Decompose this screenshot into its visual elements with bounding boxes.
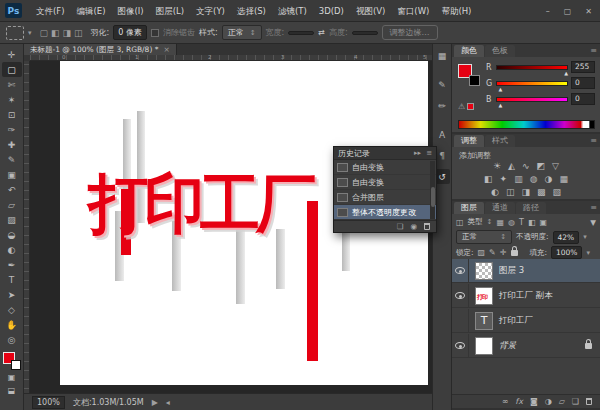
menu-image[interactable]: 图像(I) [112, 0, 150, 22]
menu-file[interactable]: 文件(F) [30, 0, 71, 22]
red-value[interactable]: 255 [571, 61, 595, 73]
curves-icon[interactable]: ∿ [522, 161, 530, 171]
lock-position-icon[interactable]: ✛ [500, 248, 507, 257]
marquee-tool[interactable]: ▢ [2, 62, 22, 77]
style-select[interactable]: 正常↕ [222, 25, 262, 40]
layer-style-icon[interactable]: fx [515, 397, 523, 406]
refine-edge-button[interactable]: 调整边缘… [382, 25, 438, 40]
levels-icon[interactable]: ◭ [508, 161, 515, 171]
type-tool[interactable]: T [2, 272, 22, 287]
antialias-checkbox[interactable] [151, 29, 159, 37]
filter-type-icon[interactable]: T [519, 218, 524, 227]
background-color-swatch[interactable] [11, 360, 21, 370]
menu-type[interactable]: 文字(Y) [190, 0, 231, 22]
magic-wand-tool[interactable]: ✶ [2, 92, 22, 107]
history-panel-header[interactable]: 历史记录 ▸▸ ≡ [334, 147, 436, 160]
filter-smart-icon[interactable]: ▣ [539, 218, 547, 227]
new-group-icon[interactable]: ▱ [559, 397, 565, 406]
shape-tool[interactable]: ◇ [2, 302, 22, 317]
blue-value[interactable]: 0 [571, 93, 595, 105]
eyedropper-tool[interactable]: ✑ [2, 122, 22, 137]
maximize-button[interactable]: ▢ [564, 7, 572, 16]
add-mask-icon[interactable]: ◙ [530, 397, 538, 406]
menu-help[interactable]: 帮助(H) [435, 0, 477, 22]
brush-panel-icon[interactable]: ✎ [434, 77, 450, 92]
tab-color[interactable]: 颜色 [454, 45, 484, 57]
document-tab[interactable]: 未标题-1 @ 100% (图层 3, RGB/8) * × [24, 44, 177, 55]
color-balance-icon[interactable]: ✦ [500, 174, 508, 184]
menu-layer[interactable]: 图层(L) [150, 0, 190, 22]
green-value[interactable]: 0 [571, 77, 595, 89]
tab-styles[interactable]: 样式 [485, 135, 515, 147]
opacity-caret-icon[interactable]: ▾ [583, 233, 587, 241]
history-menu-icon[interactable]: ≡ [426, 149, 432, 157]
layer-row-copy[interactable]: 打印 打印工厂 副本 [452, 284, 600, 308]
width-input[interactable] [288, 31, 314, 35]
exposure-icon[interactable]: ◩ [537, 161, 546, 171]
history-scrollbar[interactable] [430, 161, 435, 219]
move-tool[interactable]: ✛ [2, 47, 22, 62]
pen-tool[interactable]: ✒ [2, 257, 22, 272]
color-panel-menu-icon[interactable]: ≡ [590, 46, 597, 55]
selection-add-icon[interactable]: ◧ [51, 28, 60, 38]
history-item[interactable]: 自由变换 [334, 175, 436, 190]
tab-adjustments[interactable]: 调整 [454, 135, 484, 147]
lock-all-icon[interactable] [511, 250, 518, 256]
visibility-cell[interactable] [452, 284, 469, 308]
filter-adjustment-icon[interactable]: ◍ [508, 218, 515, 227]
filter-pixel-icon[interactable]: ▦ [496, 218, 504, 227]
brightness-contrast-icon[interactable]: ☀ [493, 161, 501, 171]
height-input[interactable] [352, 31, 378, 35]
minimize-button[interactable]: – [546, 7, 550, 16]
new-snapshot-icon[interactable]: ◉ [410, 222, 417, 231]
swatches-panel-icon[interactable]: ▦ [434, 48, 450, 63]
menu-filter[interactable]: 滤镜(T) [272, 0, 313, 22]
adjustments-panel-menu-icon[interactable]: ≡ [590, 136, 597, 145]
filter-toggle-icon[interactable]: ▼ [590, 218, 596, 227]
selective-color-icon[interactable]: ▧ [552, 187, 561, 197]
blur-tool[interactable]: ◒ [2, 227, 22, 242]
new-adjustment-icon[interactable]: ◑ [545, 397, 552, 406]
tab-paths[interactable]: 路径 [516, 202, 546, 214]
healing-brush-tool[interactable]: ✚ [2, 137, 22, 152]
red-slider[interactable]: ▲ [496, 65, 568, 70]
filter-kind-icon[interactable]: ◫ [456, 218, 464, 227]
layer-thumbnail[interactable]: T [475, 312, 493, 330]
background-color-swatch[interactable] [469, 75, 480, 86]
menu-edit[interactable]: 编辑(E) [71, 0, 112, 22]
threshold-icon[interactable]: ◨ [521, 187, 530, 197]
layers-panel-menu-icon[interactable]: ≡ [590, 203, 597, 212]
document-close-icon[interactable]: × [163, 44, 169, 55]
layer-thumbnail[interactable] [475, 262, 493, 280]
history-item[interactable]: 自由变换 [334, 160, 436, 175]
zoom-level-input[interactable]: 100% [32, 396, 65, 409]
layer-thumbnail[interactable]: 打印 [475, 287, 493, 305]
brush-presets-panel-icon[interactable]: ✏ [434, 98, 450, 113]
gradient-map-icon[interactable]: ▩ [537, 187, 546, 197]
brush-tool[interactable]: ✎ [2, 152, 22, 167]
lasso-tool[interactable]: ✄ [2, 77, 22, 92]
menu-window[interactable]: 窗口(W) [391, 0, 435, 22]
character-panel-icon[interactable]: A [434, 127, 450, 142]
fill-caret-icon[interactable]: ▾ [586, 249, 590, 257]
tab-swatches[interactable]: 色板 [485, 45, 515, 57]
eraser-tool[interactable]: ▱ [2, 197, 22, 212]
delete-state-icon[interactable] [424, 223, 430, 230]
opacity-input[interactable]: 42% [553, 231, 580, 244]
close-button[interactable]: ✕ [585, 7, 592, 16]
color-spectrum-bar[interactable] [458, 120, 595, 129]
tab-channels[interactable]: 通道 [485, 202, 515, 214]
blue-slider[interactable]: ▲ [496, 97, 568, 102]
green-slider[interactable]: ▲ [496, 81, 568, 86]
history-item-selected[interactable]: 整体不透明度更改 [334, 205, 436, 220]
feather-input[interactable]: 0 像素 [113, 25, 147, 40]
posterize-icon[interactable]: ◫ [506, 187, 515, 197]
invert-icon[interactable]: ◐ [491, 187, 499, 197]
visibility-cell[interactable] [452, 334, 469, 358]
current-tool-icon[interactable] [6, 26, 24, 40]
link-layers-icon[interactable]: ∞ [502, 397, 509, 406]
layer-row-background[interactable]: 背景 [452, 334, 600, 358]
selection-intersect-icon[interactable]: ◫ [74, 28, 83, 38]
dodge-tool[interactable]: ◐ [2, 242, 22, 257]
quick-mask-button[interactable]: ▣ [2, 371, 22, 384]
